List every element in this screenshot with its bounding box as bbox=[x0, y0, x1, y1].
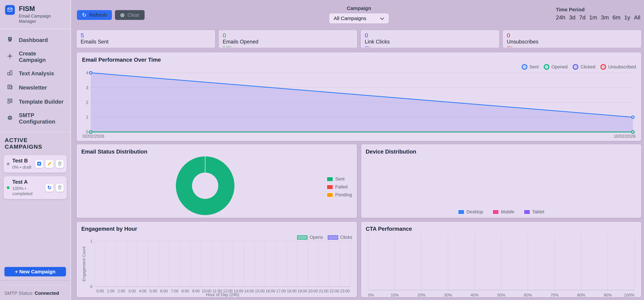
topbar-actions: ↻ Refresh ⊗ Clear bbox=[77, 10, 144, 20]
campaign-info: Test B 0% • draft bbox=[12, 158, 32, 170]
legend-clicked[interactable]: Clicked bbox=[573, 64, 595, 70]
legend-unsubscribed[interactable]: Unsubscribed bbox=[600, 64, 636, 70]
stat-card-emails-opened: 0 Emails Opened 0.0% bbox=[219, 30, 357, 48]
cta-performance-card: CTA Performance 0%10%20%30%40%50%60%70%8… bbox=[362, 222, 641, 297]
legend-label: Opens bbox=[310, 235, 323, 240]
legend-pending[interactable]: Pending bbox=[327, 192, 352, 198]
engagement-by-hour-card: Engagement by Hour OpensClicks 100:001:0… bbox=[77, 222, 357, 297]
stat-label: Emails Sent bbox=[81, 39, 211, 45]
campaign-select[interactable]: All Campaigns bbox=[330, 14, 389, 23]
legend-swatch bbox=[458, 210, 464, 214]
axis-tick-label: 6:00 bbox=[160, 289, 168, 293]
restart-campaign-button[interactable]: ↻ bbox=[46, 184, 53, 192]
delete-campaign-button[interactable] bbox=[56, 184, 64, 192]
axis-tick-label: 0:00 bbox=[96, 289, 104, 293]
restart-icon: ↻ bbox=[47, 185, 52, 190]
time-period-6m[interactable]: 6m bbox=[612, 14, 620, 21]
legend-swatch bbox=[600, 64, 606, 70]
new-campaign-button[interactable]: + New Campaign bbox=[4, 267, 66, 276]
smtp-status-value: Connected bbox=[35, 290, 59, 296]
axis-tick-label: 0 bbox=[90, 284, 92, 289]
campaign-status: 100% • completed bbox=[12, 186, 43, 196]
sidebar-item-text-analysis[interactable]: Text Analysis bbox=[0, 66, 70, 81]
legend-desktop[interactable]: Desktop bbox=[458, 209, 483, 215]
time-period-1m[interactable]: 1m bbox=[589, 14, 597, 21]
clear-button[interactable]: ⊗ Clear bbox=[115, 10, 144, 20]
legend-sent[interactable]: Sent bbox=[522, 64, 539, 70]
campaign-card-test-b[interactable]: Test B 0% • draft bbox=[4, 155, 67, 173]
axis-tick-label: 9:00 bbox=[192, 289, 200, 293]
time-period-1y[interactable]: 1y bbox=[624, 14, 630, 21]
sidebar-item-label: Text Analysis bbox=[19, 70, 54, 77]
campaign-card-test-a[interactable]: Test A 100% • completed ↻ bbox=[4, 176, 67, 199]
cta-chart[interactable]: 0%10%20%30%40%50%60%70%80%90%100% bbox=[366, 233, 637, 299]
campaign-name: Test A bbox=[12, 179, 43, 185]
delete-icon bbox=[57, 161, 62, 167]
status-donut-chart[interactable] bbox=[81, 156, 352, 216]
refresh-button[interactable]: ↻ Refresh bbox=[77, 10, 112, 20]
legend-failed[interactable]: Failed bbox=[327, 184, 348, 190]
axis-tick-label: 18:00 bbox=[287, 289, 296, 293]
stat-card-unsubscribes: 0 Unsubscribes 0% bbox=[503, 30, 641, 48]
device-chart-area[interactable] bbox=[366, 155, 637, 205]
delete-campaign-button[interactable] bbox=[56, 160, 64, 168]
chart-title: Email Status Distribution bbox=[81, 148, 352, 155]
legend-label: Opened bbox=[552, 64, 568, 70]
legend-label: Sent bbox=[335, 177, 344, 182]
axis-tick-label: 4 bbox=[86, 71, 88, 75]
axis-tick-label: 1 bbox=[86, 115, 88, 120]
performance-chart-card: Email Performance Over Time SentOpenedCl… bbox=[77, 53, 641, 141]
time-period-all[interactable]: All bbox=[634, 14, 640, 21]
legend-opened[interactable]: Opened bbox=[544, 64, 568, 70]
x-axis-title: Hour of Day (24h) bbox=[206, 292, 239, 297]
legend-label: Clicks bbox=[340, 235, 352, 240]
time-period-7d[interactable]: 7d bbox=[579, 14, 586, 21]
sidebar-item-label: Create Campaign bbox=[19, 50, 64, 63]
sidebar-item-template-builder[interactable]: Template Builder bbox=[0, 95, 70, 109]
axis-tick-label: 5:00 bbox=[150, 289, 157, 293]
axis-tick-label: 1 bbox=[90, 239, 92, 243]
stat-value: 5 bbox=[81, 32, 211, 39]
legend-clicks[interactable]: Clicks bbox=[328, 235, 352, 240]
legend-tablet[interactable]: Tablet bbox=[524, 209, 544, 215]
legend-swatch bbox=[327, 185, 333, 189]
edit-campaign-button[interactable] bbox=[46, 160, 53, 168]
axis-tick-label: 19:00 bbox=[298, 289, 307, 293]
campaign-status-dot bbox=[7, 163, 10, 165]
gear-icon bbox=[7, 115, 13, 122]
legend-opens[interactable]: Opens bbox=[297, 235, 323, 240]
performance-chart[interactable]: 0123402/02/202610/02/2026 bbox=[82, 71, 636, 139]
stat-value: 0 bbox=[507, 32, 637, 39]
legend-mobile[interactable]: Mobile bbox=[492, 209, 514, 215]
time-period-3d[interactable]: 3d bbox=[569, 14, 576, 21]
sidebar-item-label: Template Builder bbox=[19, 99, 64, 105]
main-content: ↻ Refresh ⊗ Clear Campaign All Campaigns bbox=[71, 0, 644, 300]
legend-swatch bbox=[328, 235, 338, 240]
time-period-buttons: 24h3d7d1m3m6m1yAll bbox=[556, 14, 640, 21]
newspaper-icon bbox=[7, 84, 13, 91]
sidebar-item-smtp-configuration[interactable]: SMTP Configuration bbox=[0, 109, 70, 128]
sidebar-item-dashboard[interactable]: Dashboard bbox=[0, 33, 70, 47]
legend-sent[interactable]: Sent bbox=[327, 177, 344, 182]
campaign-status-dot bbox=[7, 186, 10, 189]
y-axis-title: Engagement Count bbox=[82, 246, 86, 281]
engagement-chart[interactable]: 100:001:002:003:004:005:006:007:008:009:… bbox=[81, 233, 352, 297]
time-period-3m[interactable]: 3m bbox=[601, 14, 609, 21]
plus-icon bbox=[7, 53, 13, 61]
play-campaign-button[interactable] bbox=[35, 160, 43, 168]
axis-tick-label: 3:00 bbox=[128, 289, 136, 293]
sidebar-header: FISM Email Campaign Manager bbox=[0, 0, 70, 29]
sidebar-item-newsletter[interactable]: Newsletter bbox=[0, 81, 70, 95]
axis-tick-label: 60% bbox=[524, 293, 532, 297]
performance-legend: SentOpenedClickedUnsubscribed bbox=[522, 64, 636, 70]
email-campaign-dashboard: FISM Email Campaign Manager Dashboard Cr… bbox=[0, 0, 644, 300]
stat-card-emails-sent: 5 Emails Sent bbox=[77, 30, 215, 48]
axis-tick-label: 02/02/2026 bbox=[82, 134, 104, 139]
play-icon bbox=[37, 161, 42, 167]
time-period-24h[interactable]: 24h bbox=[556, 14, 566, 21]
sidebar-item-create-campaign[interactable]: Create Campaign bbox=[0, 47, 70, 66]
engagement-legend: OpensClicks bbox=[297, 235, 352, 240]
stat-value: 0 bbox=[365, 32, 495, 39]
smtp-status: SMTP Status: Connected bbox=[4, 290, 66, 296]
layout-icon bbox=[7, 98, 13, 106]
